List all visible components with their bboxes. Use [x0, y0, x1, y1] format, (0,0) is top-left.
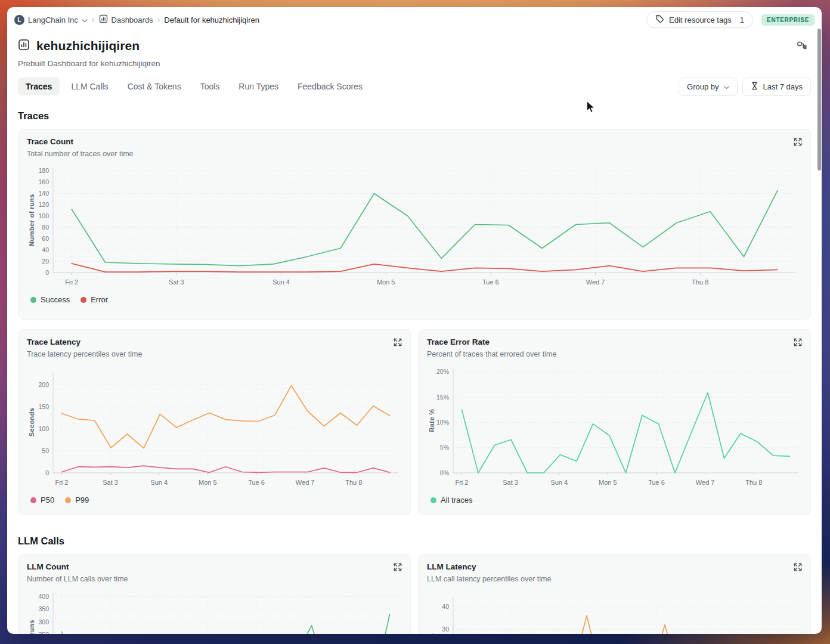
y-tick-label: 40 [442, 603, 449, 610]
y-tick-label: 15% [436, 394, 449, 401]
org-switcher[interactable]: L LangChain Inc [14, 15, 88, 25]
breadcrumb-dashboards[interactable]: Dashboards [99, 14, 153, 25]
x-tick-label: Tue 6 [248, 479, 265, 486]
y-tick-label: 10% [436, 419, 449, 426]
x-tick-label: Mon 5 [377, 278, 395, 286]
org-avatar: L [14, 15, 24, 25]
y-axis-label: Seconds [28, 408, 35, 437]
breadcrumb-separator: › [92, 15, 95, 24]
y-tick-label: 20 [42, 258, 49, 265]
tab-feedback-scores[interactable]: Feedback Scores [290, 78, 370, 95]
y-axis-label: Seconds [428, 633, 435, 634]
y-tick-label: 250 [38, 631, 49, 634]
time-range-label: Last 7 days [763, 82, 803, 91]
chart-title: Trace Count [27, 137, 802, 146]
x-tick-label: Fri 2 [55, 479, 68, 486]
group-by-button[interactable]: Group by [679, 78, 737, 96]
time-range-button[interactable]: Last 7 days [742, 78, 812, 96]
resource-tree-button[interactable] [793, 37, 811, 55]
tab-run-types[interactable]: Run Types [231, 78, 286, 95]
legend-label: All traces [441, 496, 472, 504]
x-tick-label: Sun 4 [550, 479, 568, 486]
legend-item-error[interactable]: Error [80, 295, 108, 304]
chart-subtitle: Trace latency percentiles over time [27, 350, 402, 358]
y-tick-label: 150 [38, 403, 49, 410]
resource-tags-count: 1 [740, 16, 744, 24]
y-tick-label: 300 [38, 618, 49, 626]
tag-icon [655, 14, 664, 25]
expand-icon[interactable] [792, 337, 803, 350]
x-tick-label: Wed 7 [696, 479, 715, 486]
topbar-right: Edit resource tags 1 ENTERPRISE [646, 11, 814, 28]
legend-label: Error [91, 295, 108, 304]
y-tick-label: 80 [42, 224, 49, 231]
expand-icon[interactable] [792, 562, 803, 575]
series-line-p99 [462, 616, 790, 634]
chart-subtitle: LLM call latency percentiles over time [427, 575, 802, 583]
scrollbar-thumb[interactable] [817, 29, 821, 171]
series-line-success [72, 191, 778, 266]
legend-label: Success [41, 295, 70, 304]
expand-icon[interactable] [392, 562, 403, 575]
section-heading-llm: LLM Calls [18, 535, 811, 547]
tab-traces[interactable]: Traces [18, 78, 60, 95]
x-tick-label: Sun 4 [272, 278, 290, 286]
x-tick-label: Sun 4 [150, 479, 168, 486]
chart-subtitle: Total number of traces over time [27, 150, 802, 158]
legend-item-p50[interactable]: P50 [30, 496, 54, 504]
hourglass-icon [751, 82, 758, 92]
chart-plot-area: 020406080100120140160180Fri 2Sat 3Sun 4M… [27, 164, 802, 294]
chevron-down-icon [82, 16, 88, 24]
chart-title: Trace Latency [27, 338, 402, 346]
y-tick-label: 100 [38, 212, 49, 219]
tab-bar: TracesLLM CallsCost & TokensToolsRun Typ… [18, 78, 370, 95]
y-tick-label: 5% [440, 444, 449, 451]
page-subtitle: Prebuilt Dashboard for kehuzhichijiqiren [7, 55, 822, 68]
y-tick-label: 180 [38, 167, 49, 174]
x-tick-label: Tue 6 [482, 278, 499, 286]
breadcrumb-separator: › [157, 15, 160, 24]
breadcrumb-current-page[interactable]: Default for kehuzhichijiqiren [164, 16, 259, 24]
chart-card-llm-latency: LLM LatencyLLM call latency percentiles … [418, 554, 811, 634]
breadcrumb: L LangChain Inc › Dashboards › Default f… [14, 14, 259, 25]
y-axis-label: Number of runs [28, 194, 35, 246]
y-tick-label: 0 [45, 269, 49, 276]
tab-llm-calls[interactable]: LLM Calls [63, 78, 116, 95]
chart-legend: SuccessError [27, 295, 802, 304]
legend-item-p99[interactable]: P99 [65, 496, 89, 504]
expand-icon[interactable] [392, 337, 403, 350]
plan-badge: ENTERPRISE [761, 14, 814, 26]
y-axis-label: Rate % [428, 408, 435, 432]
tab-tools[interactable]: Tools [193, 78, 228, 95]
chart-title: LLM Count [27, 562, 402, 571]
expand-icon[interactable] [792, 137, 803, 150]
chart-card-llm-count: LLM CountNumber of LLM calls over time05… [18, 554, 411, 634]
y-tick-label: 160 [38, 178, 49, 185]
legend-dot-error [80, 297, 86, 303]
legend-label: P50 [41, 496, 54, 504]
row-llm-charts: LLM CountNumber of LLM calls over time05… [18, 554, 811, 634]
chart-title: LLM Latency [427, 562, 802, 571]
x-tick-label: Fri 2 [65, 278, 78, 286]
x-tick-label: Wed 7 [586, 278, 605, 286]
tab-cost-tokens[interactable]: Cost & Tokens [120, 78, 189, 95]
chart-card-trace-count: Trace CountTotal number of traces over t… [18, 129, 811, 320]
chart-plot-area: 0%5%10%15%20%Fri 2Sat 3Sun 4Mon 5Tue 6We… [427, 364, 802, 494]
legend-dot-all-traces [431, 497, 436, 503]
legend-dot-p50 [30, 497, 36, 503]
breadcrumb-dashboards-label: Dashboards [112, 16, 153, 24]
y-tick-label: 200 [38, 381, 49, 388]
chart-legend: P50P99 [27, 496, 402, 504]
x-tick-label: Wed 7 [296, 479, 315, 486]
chart-card-trace-error-rate: Trace Error RatePercent of traces that e… [418, 329, 811, 515]
dashboard-header: kehuzhichijiqiren [7, 27, 822, 55]
y-tick-label: 40 [42, 246, 49, 253]
legend-item-success[interactable]: Success [30, 295, 70, 304]
legend-item-all-traces[interactable]: All traces [431, 496, 472, 504]
edit-resource-tags-button[interactable]: Edit resource tags 1 [646, 11, 753, 28]
chart-plot-area: 050100150200Fri 2Sat 3Sun 4Mon 5Tue 6Wed… [27, 364, 402, 494]
y-tick-label: 20% [436, 368, 449, 375]
series-line-p99 [62, 386, 390, 448]
app-window: L LangChain Inc › Dashboards › Default f… [7, 7, 822, 634]
x-tick-label: Tue 6 [648, 479, 665, 486]
